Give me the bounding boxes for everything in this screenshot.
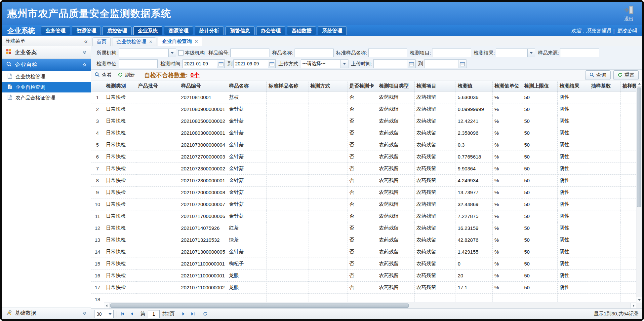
column-header[interactable]: 标准样品名称 xyxy=(266,81,308,91)
query-button[interactable]: 查询 xyxy=(585,70,611,80)
column-header[interactable]: 抽样基数 xyxy=(589,81,620,91)
org-input[interactable] xyxy=(119,49,168,57)
prev-page-button[interactable] xyxy=(128,310,136,318)
calendar-icon[interactable] xyxy=(408,59,416,68)
column-header[interactable]: 检测项目 xyxy=(414,81,456,91)
vertical-scrollbar-thumb[interactable] xyxy=(637,88,641,207)
horizontal-scrollbar[interactable] xyxy=(104,303,636,308)
tab-close-icon[interactable]: × xyxy=(195,39,198,44)
table-row[interactable]: 1日常快检20210810001荔枝否农药残留农药残留5.630036%50阴性 xyxy=(91,91,636,103)
nav-item[interactable]: 基础数据 xyxy=(287,26,316,35)
nav-item[interactable]: 预警信息 xyxy=(225,26,255,35)
view-button[interactable]: 查看 xyxy=(95,72,112,78)
horizontal-scrollbar-thumb[interactable] xyxy=(110,303,409,308)
combo-arrow-icon[interactable] xyxy=(341,59,348,68)
table-row[interactable]: 6日常快检2021072700000003金针菇否农药残留农药残留0.77656… xyxy=(91,151,636,162)
combo-arrow-icon[interactable] xyxy=(527,49,535,57)
calendar-icon[interactable] xyxy=(268,59,276,68)
sidebar-item[interactable]: 企业快检管理 xyxy=(2,71,91,82)
test-item-input[interactable] xyxy=(432,49,471,57)
table-row[interactable]: 14日常快检2021071300000005金针菇否农药残留农药残留1.4291… xyxy=(91,246,636,258)
column-header[interactable]: 检测方式 xyxy=(308,81,347,91)
nav-item[interactable]: 办公管理 xyxy=(256,26,285,35)
nav-item[interactable]: 业务管理 xyxy=(41,26,70,35)
scroll-left-arrow[interactable] xyxy=(104,303,109,308)
std-sample-name-input[interactable] xyxy=(368,49,407,57)
upload-time-from-input[interactable] xyxy=(373,59,408,68)
first-page-button[interactable] xyxy=(119,310,126,318)
nav-item[interactable]: 质控管理 xyxy=(102,26,132,35)
table-row[interactable]: 11日常快检2021071700000006金针菇否农药残留农药残留7.2278… xyxy=(91,210,636,222)
tab[interactable]: 企业自检查询× xyxy=(158,37,202,46)
scroll-right-arrow[interactable] xyxy=(630,303,636,308)
table-row[interactable]: 9日常快检2021072000000008金针菇否农药残留农药残留13.7397… xyxy=(91,186,636,198)
test-result-input[interactable] xyxy=(496,49,527,57)
test-time-from-input[interactable] xyxy=(182,59,217,68)
column-header[interactable]: 是否检测卡 xyxy=(347,81,377,91)
nav-item[interactable]: 企业系统 xyxy=(133,26,162,35)
column-header[interactable]: 检测结果 xyxy=(557,81,589,91)
table-row[interactable]: 5日常快检2021073000000004金针菇否农药残留农药残留0.3%50阴… xyxy=(91,139,636,151)
column-header[interactable]: 检测类别 xyxy=(104,81,136,91)
nav-item[interactable]: 系统管理 xyxy=(318,26,347,35)
calendar-icon[interactable] xyxy=(459,59,466,68)
table-row[interactable]: 7日常快检2021072300000002金针菇否农药残留农药残留9.90364… xyxy=(91,162,636,174)
sample-source-input[interactable] xyxy=(560,49,599,57)
column-header[interactable]: 产品批号 xyxy=(136,81,179,91)
own-org-checkbox[interactable] xyxy=(178,50,183,55)
upload-method-input[interactable] xyxy=(301,59,341,68)
next-page-button[interactable] xyxy=(180,310,187,318)
scroll-down-arrow[interactable] xyxy=(636,297,642,303)
logout-button[interactable]: 退出 xyxy=(624,5,634,22)
sample-name-input[interactable] xyxy=(295,49,334,57)
combo-arrow-icon[interactable] xyxy=(168,49,176,57)
column-header[interactable]: 检测值单位 xyxy=(492,81,522,91)
nav-item[interactable]: 统计分析 xyxy=(195,26,224,35)
reset-button[interactable]: 重置 xyxy=(613,70,639,80)
sample-code-input[interactable] xyxy=(230,49,269,57)
scroll-up-arrow[interactable] xyxy=(636,81,642,87)
sidebar-item[interactable]: 农产品合格证管理 xyxy=(2,92,91,103)
test-unit-input[interactable] xyxy=(119,59,158,68)
table-row[interactable]: 15日常快检2021071100000001枸杞子否农药残留农药残留0%50阴性 xyxy=(91,258,636,269)
chevron-double-up-icon[interactable] xyxy=(82,63,87,67)
refresh-button[interactable]: 刷新 xyxy=(118,72,135,78)
sidebar-collapse-button[interactable]: « xyxy=(84,38,88,44)
table-row[interactable]: 16日常快检2021071100000001龙眼否农药残留农药残留20%50阴性 xyxy=(91,269,636,281)
page-size-select[interactable]: 30 xyxy=(95,310,114,318)
upload-time-to-input[interactable] xyxy=(424,59,459,68)
calendar-icon[interactable] xyxy=(217,59,225,68)
table-row[interactable]: 17日常快检2021071100000002龙眼否农药残留农药残留17.1%50… xyxy=(91,281,636,293)
column-header[interactable]: 检测上限值 xyxy=(522,81,557,91)
sidebar-item[interactable]: 企业自检查询 xyxy=(2,82,91,92)
fail-count-value[interactable]: 0个 xyxy=(190,71,200,79)
chevron-double-down-icon[interactable] xyxy=(82,50,87,55)
table-row[interactable]: 18 xyxy=(91,293,636,303)
last-page-button[interactable] xyxy=(189,310,196,318)
tab-close-icon[interactable]: × xyxy=(149,39,152,45)
column-header[interactable]: 抽样数量 xyxy=(620,81,636,91)
column-header[interactable]: 样品名称 xyxy=(227,81,266,91)
table-row[interactable]: 13日常快检20210713210532绿茶否农药残留农药残留42.82876%… xyxy=(91,234,636,246)
sidebar-panel-base-data[interactable]: 基础数据 xyxy=(2,307,91,319)
nav-item[interactable]: 资源管理 xyxy=(72,26,101,35)
page-number-input[interactable] xyxy=(148,310,160,318)
tab[interactable]: 企业快检管理× xyxy=(112,37,156,46)
table-row[interactable]: 3日常快检2021080500000002金针菇否农药残留农药残留12.4224… xyxy=(91,115,636,127)
table-row[interactable]: 2日常快检2021080900000001金针菇否农药残留农药残留0.09999… xyxy=(91,103,636,115)
chevron-double-down-icon[interactable] xyxy=(82,311,87,316)
column-header[interactable]: 检测值 xyxy=(456,81,492,91)
change-password-link[interactable]: 更改密码 xyxy=(617,28,637,34)
table-row[interactable]: 8日常快检2021072300000001金针菇否农药残留农药残留4.24993… xyxy=(91,174,636,186)
test-time-to-input[interactable] xyxy=(233,59,268,68)
table-row[interactable]: 4日常快检2021080300000001金针菇否农药残留农药残留2.35809… xyxy=(91,127,636,139)
table-row[interactable]: 12日常快检20210714075926红茶否农药残留农药残留16.23159%… xyxy=(91,222,636,234)
sidebar-panel-enterprise-selfcheck[interactable]: 企业自检 xyxy=(2,59,91,71)
reload-button[interactable] xyxy=(201,310,209,318)
nav-item[interactable]: 溯源管理 xyxy=(164,26,193,35)
tab[interactable]: 首页 xyxy=(92,37,111,46)
sidebar-panel-enterprise-record[interactable]: 企业备案 xyxy=(2,46,91,59)
column-header[interactable]: 样品编号 xyxy=(179,81,227,91)
vertical-scrollbar[interactable] xyxy=(636,81,642,303)
table-row[interactable]: 10日常快检2021072000000007金针菇否农药残留农药残留32.448… xyxy=(91,198,636,210)
